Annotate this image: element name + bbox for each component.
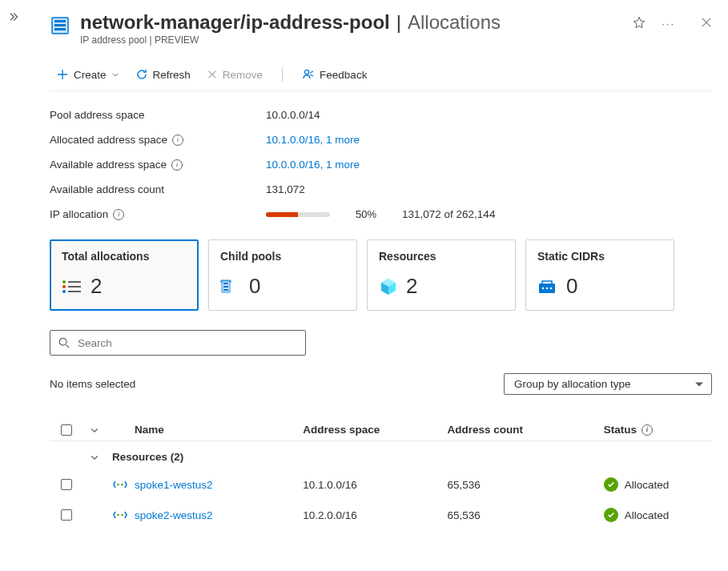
search-icon [58, 337, 70, 348]
page-section: Allocations [408, 11, 501, 34]
collapse-all-toggle[interactable] [83, 425, 106, 435]
select-all-checkbox[interactable] [61, 424, 72, 436]
row-address-space: 10.2.0.0/16 [303, 509, 447, 521]
card-total-allocations[interactable]: Total allocations 2 [50, 239, 199, 311]
svg-point-17 [550, 287, 553, 289]
svg-rect-1 [54, 20, 66, 22]
svg-rect-10 [68, 291, 81, 292]
toolbar: Create Refresh Remove Feedback [50, 57, 712, 91]
row-address-count: 65,536 [448, 479, 604, 491]
table-row[interactable]: spoke1-westus210.1.0.0/1665,536Allocated [50, 469, 712, 500]
card-child-pools[interactable]: Child pools 0 [208, 239, 357, 311]
column-status[interactable]: Status i [604, 424, 712, 436]
card-resources[interactable]: Resources 2 [367, 239, 516, 311]
svg-point-5 [62, 280, 66, 283]
svg-rect-8 [68, 281, 81, 283]
avail-addr-count-label: Available address count [50, 183, 266, 195]
resource-title: network-manager/ip-address-pool [80, 11, 390, 34]
cidr-icon [537, 277, 558, 296]
selection-status: No items selected [50, 378, 135, 390]
page-subtitle: IP address pool | PREVIEW [80, 34, 633, 46]
refresh-button[interactable]: Refresh [129, 65, 197, 84]
alloc-addr-space-value[interactable]: 10.1.0.0/16, 1 more [266, 134, 712, 146]
svg-point-18 [59, 338, 66, 345]
more-icon[interactable]: ··· [662, 18, 675, 29]
success-icon [604, 508, 618, 522]
create-button[interactable]: Create [50, 65, 126, 84]
cube-icon [379, 277, 398, 296]
ip-alloc-percent: 50% [356, 208, 376, 220]
ip-alloc-counts: 131,072 of 262,144 [402, 208, 495, 220]
group-by-dropdown[interactable]: Group by allocation type [504, 373, 712, 395]
avail-addr-space-value[interactable]: 10.0.0.0/16, 1 more [266, 159, 712, 171]
column-address-count[interactable]: Address count [448, 424, 604, 436]
column-name[interactable]: Name [135, 424, 303, 436]
info-icon[interactable]: i [172, 135, 183, 146]
row-status: Allocated [625, 509, 670, 521]
ip-alloc-label: IP allocation i [50, 208, 266, 220]
svg-point-16 [546, 287, 549, 289]
ip-pool-icon [50, 14, 72, 39]
vnet-icon [113, 508, 127, 522]
row-name[interactable]: spoke2-westus2 [135, 509, 303, 521]
svg-rect-3 [54, 28, 66, 30]
chevron-down-icon [111, 70, 119, 78]
row-address-space: 10.1.0.0/16 [303, 479, 447, 491]
remove-button: Remove [200, 66, 269, 84]
row-checkbox[interactable] [61, 509, 72, 521]
search-box[interactable] [50, 330, 306, 356]
row-checkbox[interactable] [61, 479, 72, 490]
svg-point-4 [304, 70, 308, 74]
group-row-resources[interactable]: Resources (2) [50, 441, 712, 469]
svg-point-7 [62, 290, 66, 293]
chevron-down-icon [90, 425, 99, 435]
svg-rect-9 [68, 286, 81, 288]
chevron-down-icon [90, 452, 99, 462]
info-icon[interactable]: i [113, 209, 124, 220]
svg-point-6 [62, 285, 66, 288]
card-static-cidrs[interactable]: Static CIDRs 0 [525, 239, 674, 311]
search-input[interactable] [76, 336, 297, 350]
avail-addr-count-value: 131,072 [266, 183, 712, 195]
avail-addr-space-label: Available address space i [50, 159, 266, 171]
svg-point-19 [117, 484, 119, 486]
close-icon[interactable] [701, 17, 712, 30]
pool-addr-space-value: 10.0.0.0/14 [266, 109, 712, 121]
svg-rect-12 [223, 286, 228, 288]
success-icon [604, 477, 618, 492]
group-toggle[interactable] [83, 452, 106, 462]
svg-point-22 [121, 514, 123, 517]
row-address-count: 65,536 [448, 509, 604, 521]
row-status: Allocated [625, 479, 670, 491]
alloc-addr-space-label: Allocated address space i [50, 134, 266, 146]
row-name[interactable]: spoke1-westus2 [135, 479, 303, 491]
svg-point-20 [121, 484, 123, 486]
table-row[interactable]: spoke2-westus210.2.0.0/1665,536Allocated [50, 500, 712, 530]
child-pool-icon [220, 278, 241, 296]
expand-menu-icon[interactable] [10, 13, 21, 25]
info-icon[interactable]: i [171, 159, 183, 171]
progress-bar [266, 212, 330, 217]
svg-rect-2 [54, 24, 66, 26]
info-icon[interactable]: i [642, 424, 653, 436]
column-address-space[interactable]: Address space [303, 424, 447, 436]
ip-alloc-progress: 50% 131,072 of 262,144 [266, 208, 712, 220]
feedback-button[interactable]: Feedback [296, 65, 373, 84]
svg-point-15 [542, 287, 545, 289]
vnet-icon [113, 477, 127, 492]
table-header: Name Address space Address count Status … [50, 419, 712, 441]
svg-rect-11 [223, 283, 228, 284]
list-icon [62, 279, 82, 295]
svg-rect-13 [223, 289, 228, 291]
pool-addr-space-label: Pool address space [50, 109, 266, 121]
favorite-icon[interactable] [633, 16, 646, 30]
svg-point-21 [117, 514, 119, 517]
